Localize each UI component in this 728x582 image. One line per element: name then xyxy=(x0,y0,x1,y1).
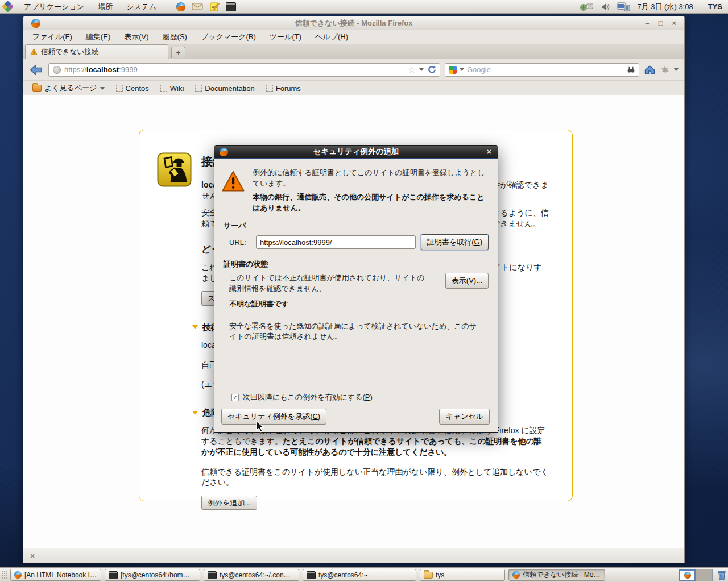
tab-strip: 信頼できない接続 + xyxy=(23,44,684,59)
bookmark-centos[interactable]: Centos xyxy=(116,84,149,93)
expander-triangle-icon xyxy=(192,325,198,329)
search-bar[interactable] xyxy=(445,63,639,77)
terminal-icon xyxy=(208,571,217,579)
menu-view[interactable]: 表示(V) xyxy=(124,32,148,42)
trash-icon[interactable] xyxy=(717,569,726,580)
distro-logo-icon[interactable] xyxy=(2,1,14,13)
menu-history[interactable]: 履歴(S) xyxy=(163,32,187,42)
firefox-icon xyxy=(684,572,691,579)
firefox-icon xyxy=(512,571,520,579)
addon-bar: × xyxy=(23,548,684,563)
add-exception-button[interactable]: 例外を追加... xyxy=(201,496,257,510)
workspace-1[interactable] xyxy=(679,569,696,581)
get-certificate-button[interactable]: 証明書を取得(G) xyxy=(421,234,489,250)
reload-icon[interactable] xyxy=(427,65,437,74)
terminal-launcher-icon[interactable] xyxy=(226,2,236,11)
bookmark-wiki[interactable]: Wiki xyxy=(160,84,184,93)
toolbar-overflow-icon[interactable] xyxy=(674,68,679,71)
menu-file[interactable]: ファイル(F) xyxy=(32,32,72,42)
server-section-label: サーバ xyxy=(224,221,498,231)
search-input[interactable] xyxy=(467,65,624,74)
default-favicon xyxy=(195,85,202,92)
menu-bookmarks[interactable]: ブックマーク(B) xyxy=(201,32,256,42)
window-titlebar[interactable]: 信頼できない接続 - Mozilla Firefox – □ × xyxy=(23,16,684,30)
workspace-2[interactable] xyxy=(696,569,712,581)
bookmark-folder-icon xyxy=(32,85,42,92)
certificate-url-input[interactable] xyxy=(256,235,416,249)
bookmark-star-icon[interactable]: ☆ xyxy=(408,65,416,74)
certificate-status-text: このサイトでは不正な証明書が使用されており、サイトの識別情報を確認できません。 xyxy=(229,273,425,293)
task-button-terminal-3[interactable]: tys@centos64:~ xyxy=(303,569,416,581)
mail-launcher-icon[interactable] xyxy=(192,2,203,11)
back-button[interactable] xyxy=(29,63,44,77)
minimize-icon[interactable]: – xyxy=(645,19,649,27)
task-button-terminal-2[interactable]: tys@centos64:~/.con… xyxy=(204,569,299,581)
default-favicon xyxy=(160,85,167,92)
folder-chevron-icon xyxy=(100,87,105,90)
add-security-exception-dialog: セキュリティ例外の追加 × 例外的に信頼する証明書としてこのサイトの証明書を登録… xyxy=(214,145,498,433)
tab-title: 信頼できない接続 xyxy=(41,47,98,57)
task-button-file-manager[interactable]: tys xyxy=(420,569,505,581)
home-icon[interactable] xyxy=(644,65,656,75)
addon-bar-close-icon[interactable]: × xyxy=(30,551,35,560)
task-button-firefox-active[interactable]: 信頼できない接続 - Mo… xyxy=(508,569,605,581)
search-go-icon[interactable] xyxy=(627,65,635,74)
tab-untrusted-connection[interactable]: 信頼できない接続 xyxy=(25,44,168,59)
default-favicon xyxy=(116,85,123,92)
bookmark-forums[interactable]: Forums xyxy=(266,84,301,93)
dialog-intro-text: 例外的に信頼する証明書としてこのサイトの証明書を登録しようとしています。 xyxy=(253,168,486,189)
menu-edit[interactable]: 編集(E) xyxy=(86,32,110,42)
volume-icon[interactable] xyxy=(601,2,610,11)
clock[interactable]: 7月 3日 (水) 3:08 xyxy=(637,2,693,12)
passport-officer-icon xyxy=(157,152,192,187)
menu-tools[interactable]: ツール(T) xyxy=(270,32,301,42)
firefox-launcher-icon[interactable] xyxy=(176,2,185,11)
warning-triangle-icon xyxy=(221,170,245,193)
url-label: URL: xyxy=(229,238,251,247)
dialog-title: セキュリティ例外の追加 xyxy=(214,147,498,157)
display-settings-icon[interactable] xyxy=(617,2,630,12)
new-tab-button[interactable]: + xyxy=(171,47,185,58)
gnome-top-panel: アプリケーション 場所 システム 7月 3日 (水) 3:08 TYS xyxy=(0,0,728,14)
remember-exception-checkbox-row[interactable]: ✓ 次回以降にもこの例外を有効にする(P) xyxy=(231,392,373,402)
navigation-toolbar: https://localhost:9999 ☆ xyxy=(23,59,684,80)
window-list-taskbar: [An HTML Notebook I… [tys@centos64:/hom…… xyxy=(0,567,728,582)
terminal-icon xyxy=(109,571,118,579)
panel-menu-system[interactable]: システム xyxy=(125,1,158,13)
dialog-warning-text: 本物の銀行、通信販売、その他の公開サイトがこの操作を求めることはありません。 xyxy=(253,192,486,214)
window-title: 信頼できない接続 - Mozilla Firefox xyxy=(23,18,684,28)
bookmark-folder-most-visited[interactable]: よく見るページ xyxy=(32,83,105,93)
dialog-titlebar[interactable]: セキュリティ例外の追加 × xyxy=(214,146,498,159)
menu-help[interactable]: ヘルプ(H) xyxy=(315,32,348,42)
site-identity-globe-icon[interactable] xyxy=(53,66,61,74)
panel-menu-applications[interactable]: アプリケーション xyxy=(22,1,86,13)
expander-triangle-icon xyxy=(192,411,198,415)
view-certificate-button[interactable]: 表示(V)... xyxy=(445,273,489,289)
notes-launcher-icon[interactable] xyxy=(209,2,220,12)
search-engine-icon[interactable] xyxy=(449,66,457,74)
terminal-icon xyxy=(307,571,316,579)
tab-warning-icon xyxy=(30,48,38,55)
menubar: ファイル(F) 編集(E) 表示(V) 履歴(S) ブックマーク(B) ツール(… xyxy=(23,30,684,44)
confirm-security-exception-button[interactable]: セキュリティ例外を承認(C) xyxy=(221,409,326,425)
checkbox-checked[interactable]: ✓ xyxy=(231,394,239,401)
search-engine-dropdown-icon[interactable] xyxy=(460,68,464,71)
panel-menu-places[interactable]: 場所 xyxy=(96,1,114,13)
url-dropdown-icon[interactable] xyxy=(419,68,424,71)
certificate-status-label: 証明書の状態 xyxy=(224,259,498,269)
close-icon[interactable]: × xyxy=(672,19,676,27)
dialog-close-icon[interactable]: × xyxy=(487,147,498,156)
unknown-certificate-description: 安全な署名を使った既知の認証局によって検証されていないため、このサイトの証明書は… xyxy=(229,321,481,342)
taskbar-resize-grip[interactable] xyxy=(1,570,7,580)
maximize-icon[interactable]: □ xyxy=(659,19,663,27)
url-input[interactable]: https://localhost:9999 ☆ xyxy=(48,63,440,77)
folder-icon xyxy=(424,572,433,579)
bookmarks-widget-icon[interactable] xyxy=(660,65,669,74)
task-button-html-notebook[interactable]: [An HTML Notebook I… xyxy=(10,569,101,581)
keyboard-layout-icon[interactable] xyxy=(580,2,594,11)
remember-exception-label: 次回以降にもこの例外を有効にする(P) xyxy=(243,392,373,402)
task-button-terminal-1[interactable]: [tys@centos64:/hom… xyxy=(105,569,200,581)
no-exception-paragraph: 信頼できる証明書をこのサイトが使用しない正当な理由がない限り、例外として追加しな… xyxy=(201,467,549,488)
cancel-button[interactable]: キャンセル xyxy=(439,409,490,425)
bookmark-documentation[interactable]: Documentation xyxy=(195,84,254,93)
